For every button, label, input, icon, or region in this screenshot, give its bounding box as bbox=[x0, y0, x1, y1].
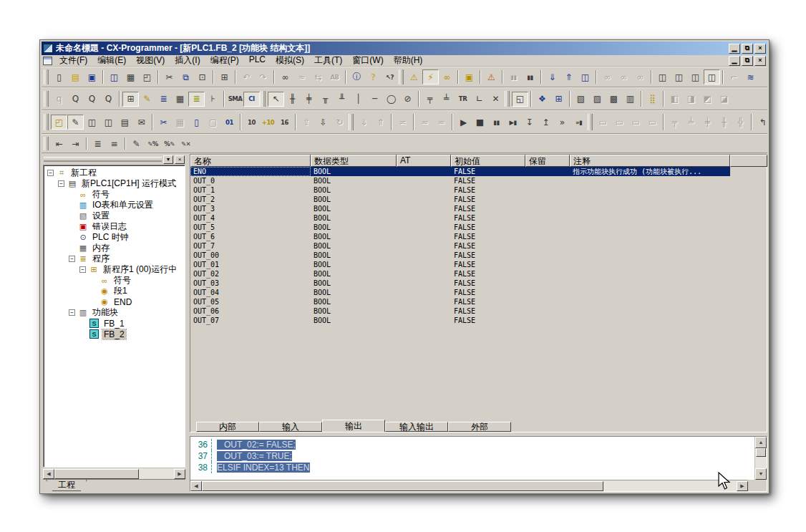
tree-item[interactable]: ▣错误日志 bbox=[44, 221, 185, 232]
tab-input-output[interactable]: 输入输出 bbox=[385, 422, 448, 432]
tree-item[interactable]: −▤新PLC1[CP1H] 运行模式 bbox=[44, 178, 185, 189]
tree-item[interactable]: ⊙PLC 时钟 bbox=[44, 232, 185, 243]
menu-item-view[interactable]: 视图(V) bbox=[131, 54, 170, 67]
panel-header[interactable]: ▾ × bbox=[43, 154, 185, 165]
force-off-button[interactable]: ╧ bbox=[683, 115, 699, 130]
help-button[interactable]: ? bbox=[365, 69, 382, 84]
monitor-button[interactable]: ∞ bbox=[599, 69, 616, 84]
expander-icon[interactable]: − bbox=[69, 309, 75, 316]
table-row[interactable]: OUT_01BOOLFALSE bbox=[190, 260, 767, 269]
windows-tree-button[interactable]: ⊦ bbox=[205, 92, 221, 107]
panel-close-button[interactable]: × bbox=[175, 155, 185, 164]
scrollbar-thumb[interactable] bbox=[54, 469, 139, 479]
reset-bit-button[interactable]: ╬ bbox=[732, 115, 749, 130]
toolbar-gripper[interactable] bbox=[588, 114, 593, 131]
table-row[interactable]: OUT_4BOOLFALSE bbox=[190, 213, 767, 223]
st-code-editor[interactable]: 36 OUT_02:= FALSE;37 OUT_03:= TRUE;38ELS… bbox=[190, 436, 767, 492]
about-button[interactable]: ⓘ bbox=[349, 69, 365, 84]
step-in-button[interactable]: ↧ bbox=[521, 115, 538, 130]
tree-item[interactable]: ▥IO表和单元设置 bbox=[44, 200, 185, 211]
editor-vertical-scrollbar[interactable]: ▲ ▼ bbox=[754, 437, 767, 480]
grid-settings-button[interactable]: ⊞ bbox=[550, 92, 567, 107]
monitor-hex-button[interactable]: 16 bbox=[276, 115, 293, 130]
tab-output[interactable]: 输出 bbox=[322, 420, 385, 432]
find-options-button[interactable]: ≈ bbox=[293, 69, 310, 84]
tree-item[interactable]: −▥功能块 bbox=[44, 307, 185, 318]
menu-item-help[interactable]: 帮助(H) bbox=[389, 54, 428, 67]
or-contact-button[interactable]: ╥ bbox=[317, 92, 334, 107]
table-row[interactable]: OUT_05BOOLFALSE bbox=[190, 297, 767, 306]
scan-step-button[interactable]: »▮ bbox=[570, 115, 587, 130]
table-row[interactable]: OUT_07BOOLFALSE bbox=[190, 316, 767, 325]
print-preview-button[interactable]: ◰ bbox=[139, 69, 155, 84]
continuous-step-button[interactable]: » bbox=[554, 115, 570, 130]
view-diagram-button[interactable]: ◰ bbox=[51, 115, 67, 130]
contact-button[interactable]: ╫ bbox=[284, 92, 301, 107]
vertical-line-button[interactable]: │ bbox=[350, 92, 366, 107]
set-value-3-button[interactable]: ▭ bbox=[628, 115, 644, 130]
toolbar-gripper[interactable] bbox=[44, 137, 49, 150]
force-status-3-button[interactable]: ◩ bbox=[699, 92, 716, 107]
editor-horizontal-scrollbar[interactable]: ◀ ▶ bbox=[190, 480, 748, 491]
expander-icon[interactable]: − bbox=[47, 170, 54, 176]
time-chart-button[interactable]: ≋ bbox=[742, 69, 759, 84]
show-sma-button[interactable]: SMA bbox=[227, 92, 243, 107]
page-set-button[interactable]: ▧ bbox=[573, 92, 589, 107]
line-connect-button[interactable]: ∟ bbox=[471, 92, 487, 107]
mdi-close-button[interactable]: × bbox=[754, 56, 766, 66]
mdi-minimize-button[interactable]: ▁ bbox=[729, 56, 740, 66]
list-view-button[interactable]: ≣ bbox=[89, 136, 106, 151]
compile-all-button[interactable]: ∞ bbox=[439, 69, 455, 84]
tree-item[interactable]: ▧设置 bbox=[44, 211, 185, 221]
menu-item-edit[interactable]: 编辑(E) bbox=[92, 54, 131, 67]
zoom-out-button[interactable]: Q bbox=[67, 92, 84, 107]
tree-item[interactable]: ◉段1 bbox=[44, 286, 185, 296]
monitor-2-button[interactable]: ∞ bbox=[616, 69, 632, 84]
paste-rung-button[interactable]: ⊞ bbox=[216, 69, 233, 84]
comment-selection-button[interactable]: ✎% bbox=[145, 136, 161, 151]
scroll-right-button[interactable]: ▶ bbox=[174, 469, 185, 479]
tree-item[interactable]: −≣程序 bbox=[44, 253, 185, 264]
project-tree[interactable]: −⌗新工程−▤新PLC1[CP1H] 运行模式∞符号▥IO表和单元设置▧设置▣错… bbox=[43, 165, 185, 468]
line-delete-button[interactable]: ✕ bbox=[487, 92, 504, 107]
work-online-button[interactable]: ▣ bbox=[461, 69, 477, 84]
transfer-program-to-plc-button[interactable]: ⇓ bbox=[356, 115, 372, 130]
find-next-button[interactable]: ⇆ bbox=[310, 69, 326, 84]
run-to-break-button[interactable]: ▶▮ bbox=[505, 115, 521, 130]
set-value-4-button[interactable]: ▭ bbox=[644, 115, 661, 130]
data-trace-button[interactable]: ◫ bbox=[687, 69, 704, 84]
force-refresh-2-button[interactable]: ≂ bbox=[433, 115, 450, 130]
select-tool-button[interactable]: ↖ bbox=[268, 92, 284, 107]
fb-variable-table[interactable]: 名称数据类型AT初始值保留注释 ENOBOOLFALSE指示功能块执行成功 (功… bbox=[190, 154, 767, 432]
browse-button[interactable]: ❖ bbox=[534, 92, 550, 107]
table-row[interactable]: OUT_3BOOLFALSE bbox=[190, 204, 767, 213]
expander-icon[interactable]: − bbox=[58, 180, 64, 187]
closed-coil-button[interactable]: ⊘ bbox=[399, 92, 416, 107]
panel-dropdown-button[interactable]: ▾ bbox=[163, 155, 173, 164]
page-clear-button[interactable]: ▥ bbox=[622, 92, 639, 107]
transfer-program-from-plc-button[interactable]: ⇑ bbox=[372, 115, 389, 130]
column-header[interactable]: 保留 bbox=[525, 155, 570, 167]
refresh-button[interactable]: ↻ bbox=[331, 115, 348, 130]
compile-button[interactable]: ⚠ bbox=[406, 69, 422, 84]
variable-table-body[interactable]: ENOBOOLFALSE指示功能块执行成功 (功能块被执行...OUT_0BOO… bbox=[190, 167, 767, 420]
instruction-button[interactable]: TR bbox=[455, 92, 471, 107]
tree-item[interactable]: ▦内存 bbox=[44, 243, 185, 253]
redo-button[interactable]: ↷ bbox=[255, 69, 271, 84]
table-row[interactable]: OUT_1BOOLFALSE bbox=[190, 185, 767, 195]
tab-input[interactable]: 输入 bbox=[259, 422, 322, 432]
tree-item[interactable]: −⌗新工程 bbox=[44, 168, 185, 178]
table-row[interactable]: ENOBOOLFALSE指示功能块执行成功 (功能块被执行... bbox=[190, 167, 767, 176]
toolbar-gripper[interactable] bbox=[44, 114, 49, 131]
toolbar-gripper[interactable] bbox=[44, 91, 49, 107]
view-symbols-button[interactable]: ◫ bbox=[84, 115, 100, 130]
save-button[interactable]: ▣ bbox=[84, 69, 100, 84]
open-file-button[interactable]: ▤ bbox=[67, 69, 84, 84]
address-reference-tool-button[interactable]: ▯ bbox=[188, 115, 205, 130]
table-row[interactable]: OUT_2BOOLFALSE bbox=[190, 195, 767, 204]
toolbar-gripper[interactable] bbox=[44, 69, 49, 84]
force-status-button[interactable]: ◧ bbox=[666, 92, 683, 107]
force-refresh-button[interactable]: ≂ bbox=[417, 115, 433, 130]
symbol-list-button[interactable]: ⣿ bbox=[644, 92, 661, 107]
table-row[interactable]: OUT_0BOOLFALSE bbox=[190, 176, 767, 185]
